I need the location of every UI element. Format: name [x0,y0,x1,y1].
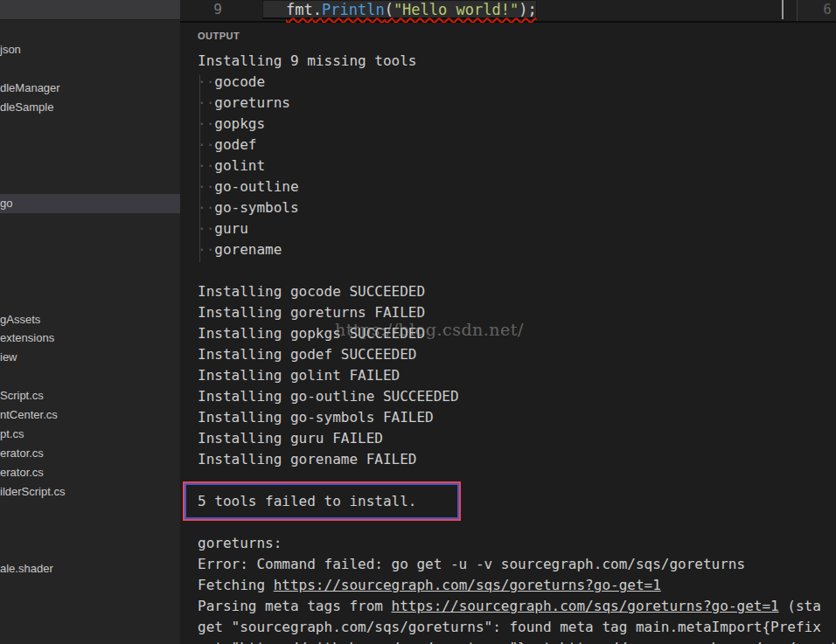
editor-line-number-secondary: 6 [823,0,832,19]
code-token: ); [519,1,536,18]
output-line [198,260,836,281]
sidebar-item-dlemanager[interactable]: dleManager [0,79,180,98]
code-token: ( [385,1,394,18]
output-line: Installing godef SUCCEEDED [198,344,836,365]
output-line: ··gocode [198,72,836,93]
sidebar-item-erator-cs[interactable]: erator.cs [0,463,180,482]
output-text: Fetching [198,577,274,593]
output-line: Installing guru FAILED [198,428,836,449]
sidebar-item-iew[interactable]: iew [0,348,180,367]
output-line: Installing gocode SUCCEEDED [198,281,836,302]
vscode-window: 9 fmt.Println("Hello world!"); 6 jsondle… [0,0,836,644]
output-text: (sta [779,598,821,614]
whitespace-dots: ·· [198,136,214,153]
editor-top-strip: 9 fmt.Println("Hello world!"); 6 [180,0,836,23]
output-line: Installing go-symbols FAILED [198,407,836,428]
whitespace-dots: ·· [198,178,214,195]
whitespace-dots: ·· [198,199,214,216]
whitespace-dots: ·· [198,73,214,90]
output-text: Parsing meta tags from [198,598,392,614]
code-token: . [313,1,322,18]
editor-line-number: 9 [180,0,222,19]
output-line: oot:"https://github.com/sqs/goreturns"} … [198,638,836,644]
output-line: 5 tools failed to install. [198,491,836,512]
sidebar-item-ilderscript-cs[interactable]: ilderScript.cs [0,482,180,502]
output-line: get "sourcegraph.com/sqs/goreturns": fou… [198,617,836,638]
output-line: Installing gorename FAILED [198,449,836,470]
code-line[interactable]: fmt.Println("Hello world!"); [286,1,537,19]
output-link[interactable]: https://sourcegraph.com/sqs/goreturns?go… [392,598,779,614]
output-line: Fetching https://sourcegraph.com/sqs/gor… [198,575,836,596]
output-line: ··gopkgs [198,114,836,135]
editor-split-pane: 6 [797,0,836,21]
explorer-sidebar: jsondleManagerdleSamplegogAssetsextensio… [0,0,180,644]
output-line: ··godef [198,135,836,156]
tab-output[interactable]: OUTPUT [198,31,240,41]
output-line: Installing golint FAILED [198,365,836,386]
sidebar-item-ale-shader[interactable]: ale.shader [0,559,180,578]
output-line [198,512,836,533]
code-token: fmt [286,1,313,18]
code-token: "Hello world!" [394,1,519,18]
output-line: goreturns: [198,533,836,554]
code-token: Println [322,1,385,18]
output-line: Parsing meta tags from https://sourcegra… [198,596,836,617]
sidebar-item-pt-cs[interactable]: pt.cs [0,425,180,444]
output-line: ··go-outline [198,177,836,197]
output-line: Installing go-outline SUCCEEDED [198,386,836,407]
output-line: Error: Command failed: go get -u -v sour… [198,554,836,575]
editor-split-sash[interactable] [782,0,784,19]
output-line: ··golint [198,156,836,177]
output-link[interactable]: https://sourcegraph.com/sqs/goreturns?go… [274,577,661,593]
output-line [198,470,836,491]
sidebar-item-erator-cs[interactable]: erator.cs [0,444,180,463]
output-line: ··goreturns [198,93,836,114]
whitespace-dots: ·· [198,157,214,174]
output-line: ··gorename [198,239,836,260]
sidebar-item-dlesample[interactable]: dleSample [0,98,180,117]
whitespace-dots: ·· [198,241,214,258]
sidebar-item-extensions[interactable]: extensions [0,329,180,348]
whitespace-dots: ·· [198,94,214,111]
output-line: ··go-symbols [198,197,836,218]
output-line: Installing 9 missing tools [198,51,836,72]
output-panel: OUTPUT Installing 9 missing tools··gocod… [180,23,836,644]
sidebar-header-strip [0,0,180,20]
sidebar-item-go[interactable]: go [0,194,180,213]
sidebar-item-script-cs[interactable]: Script.cs [0,386,180,405]
sidebar-item-ntcenter-cs[interactable]: ntCenter.cs [0,405,180,425]
whitespace-dots: ·· [198,115,214,132]
watermark: https://blog.csdn.net/ [335,320,524,339]
sidebar-item-json[interactable]: json [0,40,180,59]
whitespace-dots: ·· [198,220,214,237]
sidebar-item-gassets[interactable]: gAssets [0,310,180,329]
output-line: ··guru [198,218,836,239]
